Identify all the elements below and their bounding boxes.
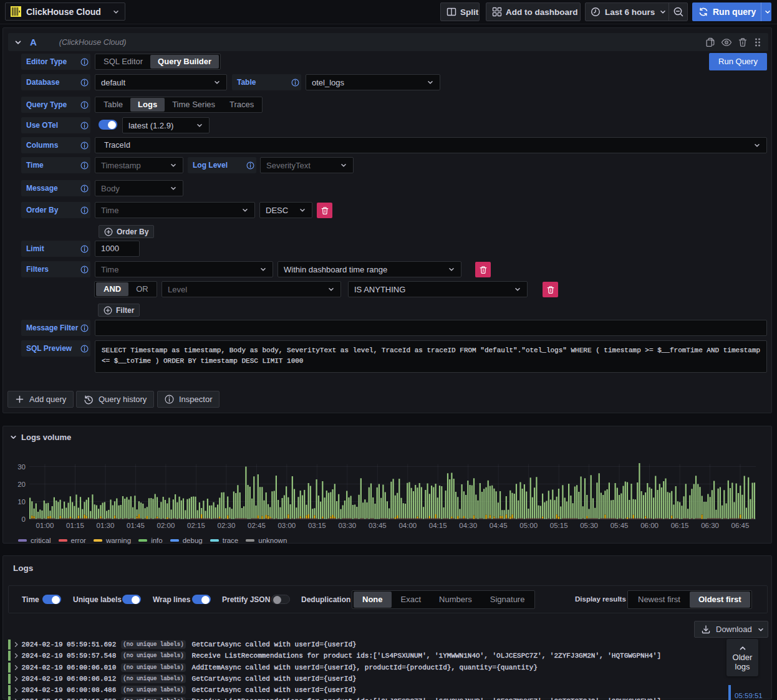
svg-text:04:30: 04:30 (459, 522, 477, 529)
svg-text:06:30: 06:30 (701, 522, 719, 529)
svg-text:06:15: 06:15 (671, 522, 689, 529)
svg-text:01:30: 01:30 (97, 522, 115, 529)
svg-text:01:45: 01:45 (127, 522, 145, 529)
svg-text:03:30: 03:30 (338, 522, 356, 529)
svg-text:05:15: 05:15 (550, 522, 568, 529)
svg-text:02:00: 02:00 (157, 522, 175, 529)
svg-text:06:45: 06:45 (731, 522, 750, 529)
svg-text:02:15: 02:15 (187, 522, 205, 529)
svg-text:0: 0 (22, 515, 26, 523)
svg-text:01:00: 01:00 (36, 522, 54, 529)
svg-text:05:30: 05:30 (580, 522, 598, 529)
svg-text:03:15: 03:15 (308, 522, 326, 529)
svg-text:10: 10 (17, 498, 26, 506)
svg-text:03:00: 03:00 (278, 522, 296, 529)
svg-text:01:15: 01:15 (66, 522, 84, 529)
svg-text:20: 20 (17, 481, 26, 488)
svg-text:06:00: 06:00 (640, 522, 659, 529)
svg-text:05:00: 05:00 (519, 522, 538, 529)
svg-text:03:45: 03:45 (369, 522, 387, 529)
svg-text:05:45: 05:45 (610, 522, 629, 529)
svg-text:04:45: 04:45 (490, 522, 508, 529)
svg-text:04:15: 04:15 (429, 522, 447, 529)
svg-text:02:30: 02:30 (218, 522, 236, 529)
svg-text:02:45: 02:45 (248, 522, 266, 529)
svg-text:04:00: 04:00 (398, 522, 417, 529)
svg-text:30: 30 (17, 463, 26, 471)
